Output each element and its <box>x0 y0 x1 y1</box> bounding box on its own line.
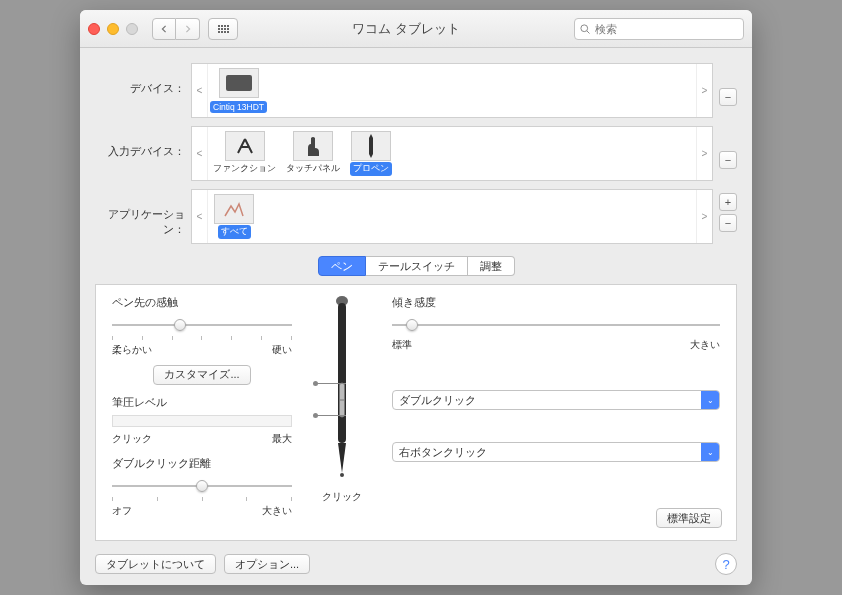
input-item-propen[interactable]: プロペン <box>347 129 395 178</box>
application-label: アプリケーション： <box>95 189 185 237</box>
back-button[interactable] <box>152 18 176 40</box>
remove-input-button[interactable]: − <box>719 151 737 169</box>
application-item-all[interactable]: すべて <box>210 192 258 241</box>
tilt-min-label: 標準 <box>392 338 412 352</box>
left-column: ペン先の感触 柔らかい 硬い カスタマイズ... 筆圧レベル <box>112 295 292 530</box>
pressure-label: 筆圧レベル <box>112 395 292 410</box>
pen-button1-select[interactable]: ダブルクリック ⌄ <box>392 390 720 410</box>
search-icon <box>579 23 591 35</box>
device-list: < Cintiq 13HDT > <box>191 63 713 118</box>
customize-button[interactable]: カスタマイズ... <box>153 365 250 385</box>
doubleclick-label: ダブルクリック距離 <box>112 456 292 471</box>
tablet-icon <box>219 68 259 98</box>
minimize-icon[interactable] <box>107 23 119 35</box>
pen-tip-label: クリック <box>322 490 362 504</box>
nav-buttons <box>152 18 200 40</box>
show-all-button[interactable] <box>208 18 238 40</box>
pen-button2-value: 右ボタンクリック <box>399 445 487 460</box>
search-input[interactable] <box>595 23 739 35</box>
chevron-down-icon: ⌄ <box>701 391 719 409</box>
scroll-right-button[interactable]: > <box>696 127 712 180</box>
defaults-button[interactable]: 標準設定 <box>656 508 722 528</box>
doubleclick-group: ダブルクリック距離 オフ 大きい <box>112 456 292 518</box>
pen-button2-select[interactable]: 右ボタンクリック ⌄ <box>392 442 720 462</box>
search-field[interactable] <box>574 18 744 40</box>
input-item-label: ファンクション <box>210 162 279 176</box>
grid-icon <box>218 25 229 33</box>
doubleclick-max-label: 大きい <box>262 504 292 518</box>
chevron-down-icon: ⌄ <box>701 443 719 461</box>
pen-illustration: クリック <box>302 295 382 530</box>
touch-icon <box>293 131 333 161</box>
input-item-touch[interactable]: タッチパネル <box>283 129 343 178</box>
scroll-left-button[interactable]: < <box>192 190 208 243</box>
scroll-right-button[interactable]: > <box>696 190 712 243</box>
svg-rect-3 <box>338 303 346 443</box>
add-application-button[interactable]: + <box>719 193 737 211</box>
svg-line-1 <box>587 30 590 33</box>
settings-tabs: ペン テールスイッチ 調整 <box>95 256 737 276</box>
tip-feel-group: ペン先の感触 柔らかい 硬い カスタマイズ... <box>112 295 292 385</box>
device-side-buttons: − <box>719 63 737 106</box>
remove-device-button[interactable]: − <box>719 88 737 106</box>
tilt-group: 傾き感度 標準 大きい <box>392 295 720 352</box>
tip-feel-slider[interactable] <box>112 317 292 333</box>
tab-pen[interactable]: ペン <box>318 256 366 276</box>
application-items: すべて <box>208 190 696 243</box>
remove-application-button[interactable]: − <box>719 214 737 232</box>
tip-max-label: 硬い <box>272 343 292 357</box>
pen-graphic-icon <box>327 295 357 480</box>
tilt-slider[interactable] <box>392 317 720 333</box>
callout-line <box>316 415 346 416</box>
pressure-bar <box>112 415 292 427</box>
tilt-max-label: 大きい <box>690 338 720 352</box>
pressure-max-label: 最大 <box>272 432 292 446</box>
tab-tailswitch[interactable]: テールスイッチ <box>366 256 468 276</box>
options-button[interactable]: オプション... <box>224 554 310 574</box>
callout-line <box>316 383 346 384</box>
scroll-left-button[interactable]: < <box>192 64 208 117</box>
input-row: 入力デバイス： < ファンクション タッチパネル プロペン <box>95 126 737 181</box>
doubleclick-slider[interactable] <box>112 478 292 494</box>
scroll-left-button[interactable]: < <box>192 127 208 180</box>
device-item-cintiq[interactable]: Cintiq 13HDT <box>210 66 267 115</box>
application-item-label: すべて <box>218 225 251 239</box>
all-apps-icon <box>214 194 254 224</box>
tilt-label: 傾き感度 <box>392 295 720 310</box>
window-title: ワコム タブレット <box>246 20 566 38</box>
pressure-group: 筆圧レベル クリック 最大 <box>112 395 292 446</box>
input-side-buttons: − <box>719 126 737 169</box>
device-row: デバイス： < Cintiq 13HDT > − <box>95 63 737 118</box>
input-item-label: プロペン <box>350 162 392 176</box>
input-item-functions[interactable]: ファンクション <box>210 129 279 178</box>
doubleclick-min-label: オフ <box>112 504 132 518</box>
input-label: 入力デバイス： <box>95 126 185 159</box>
close-icon[interactable] <box>88 23 100 35</box>
device-items: Cintiq 13HDT <box>208 64 696 117</box>
device-item-label: Cintiq 13HDT <box>210 101 267 113</box>
forward-button[interactable] <box>176 18 200 40</box>
zoom-icon[interactable] <box>126 23 138 35</box>
scroll-right-button[interactable]: > <box>696 64 712 117</box>
settings-panel: ペン先の感触 柔らかい 硬い カスタマイズ... 筆圧レベル <box>95 284 737 541</box>
pressure-min-label: クリック <box>112 432 152 446</box>
traffic-lights <box>88 23 138 35</box>
footer: タブレットについて オプション... ? <box>95 549 737 575</box>
tab-calibrate[interactable]: 調整 <box>468 256 515 276</box>
pen-button1-value: ダブルクリック <box>399 393 476 408</box>
right-column: 傾き感度 標準 大きい ダブルクリック ⌄ 右ボタンクリック <box>392 295 720 530</box>
application-side-buttons: + − <box>719 189 737 232</box>
pen-icon <box>351 131 391 161</box>
tip-feel-label: ペン先の感触 <box>112 295 292 310</box>
tip-min-label: 柔らかい <box>112 343 152 357</box>
application-row: アプリケーション： < すべて > + − <box>95 189 737 244</box>
svg-point-0 <box>581 24 588 31</box>
application-list: < すべて > <box>191 189 713 244</box>
functions-icon <box>225 131 265 161</box>
svg-point-6 <box>340 473 344 477</box>
input-list: < ファンクション タッチパネル プロペン > <box>191 126 713 181</box>
input-items: ファンクション タッチパネル プロペン <box>208 127 696 180</box>
about-tablet-button[interactable]: タブレットについて <box>95 554 216 574</box>
content: デバイス： < Cintiq 13HDT > − 入力デバイス： < <box>80 48 752 585</box>
help-button[interactable]: ? <box>715 553 737 575</box>
